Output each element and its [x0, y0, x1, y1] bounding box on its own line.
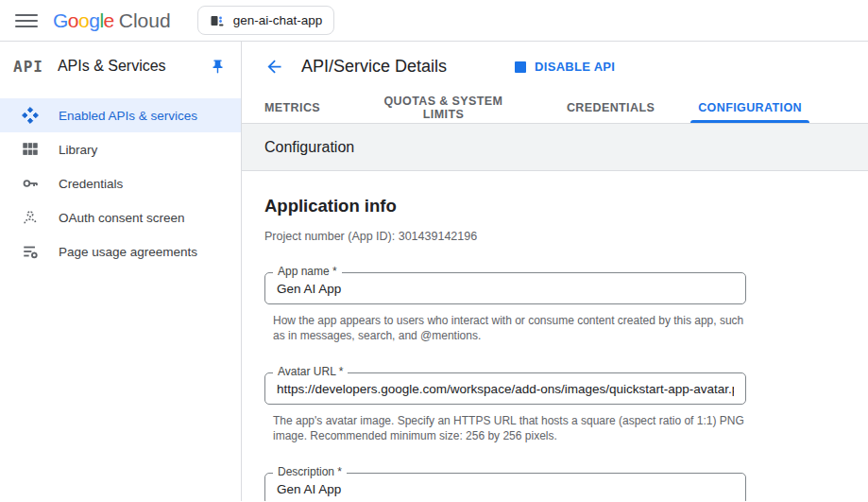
app-name-field: App name *: [264, 272, 746, 304]
sidebar-item-label: Enabled APIs & services: [59, 109, 197, 123]
library-icon: [21, 140, 40, 159]
hamburger-menu-icon[interactable]: [15, 9, 38, 32]
agreements-icon: [21, 242, 40, 261]
project-name: gen-ai-chat-app: [233, 13, 323, 27]
configuration-content: Application info Project number (App ID)…: [242, 171, 868, 501]
sidebar-nav: Enabled APIs & services Library: [0, 98, 241, 268]
tab-quotas-system-limits[interactable]: QUOTAS & SYSTEM LIMITS: [364, 92, 523, 123]
avatar-url-label: Avatar URL *: [273, 365, 348, 378]
sidebar-item-oauth-consent[interactable]: OAuth consent screen: [0, 200, 241, 234]
project-number-text: Project number (App ID): 301439142196: [264, 230, 845, 243]
tab-metrics[interactable]: METRICS: [264, 92, 320, 123]
detail-header: API/Service Details DISABLE API: [242, 42, 868, 92]
enabled-apis-icon: [21, 106, 40, 125]
sidebar-item-library[interactable]: Library: [0, 132, 241, 166]
main-content: API/Service Details DISABLE API METRICS …: [242, 42, 868, 501]
description-field: Description *: [264, 473, 746, 501]
configuration-band-title: Configuration: [242, 124, 868, 171]
stop-square-icon: [515, 61, 526, 73]
sidebar-item-enabled-apis[interactable]: Enabled APIs & services: [0, 98, 241, 132]
key-icon: [21, 174, 40, 193]
avatar-url-field: Avatar URL *: [264, 372, 746, 405]
logo-letter: o: [78, 9, 89, 32]
topbar: G o o g l e Cloud gen-ai-chat-app: [0, 0, 868, 42]
project-selector[interactable]: gen-ai-chat-app: [197, 6, 335, 35]
sidebar-item-label: Page usage agreements: [59, 245, 197, 259]
tab-credentials[interactable]: CREDENTIALS: [567, 92, 655, 123]
sidebar-item-label: Library: [59, 143, 97, 157]
avatar-url-helper-text: The app's avatar image. Specify an HTTPS…: [273, 413, 750, 443]
sidebar-header: API APIs & Services: [0, 42, 241, 91]
tab-bar: METRICS QUOTAS & SYSTEM LIMITS CREDENTIA…: [242, 92, 868, 124]
project-icon: [210, 13, 225, 28]
sidebar-title: APIs & Services: [58, 58, 210, 75]
logo-letter: G: [53, 9, 68, 32]
google-cloud-logo[interactable]: G o o g l e Cloud: [53, 9, 171, 32]
sidebar-item-credentials[interactable]: Credentials: [0, 166, 241, 200]
sidebar-item-label: OAuth consent screen: [59, 211, 185, 225]
description-label: Description *: [273, 465, 347, 478]
page-title: API/Service Details: [301, 57, 447, 77]
consent-screen-icon: [21, 208, 40, 227]
logo-letter: e: [104, 9, 114, 32]
disable-api-label: DISABLE API: [535, 60, 615, 74]
logo-letter: o: [68, 9, 78, 32]
cloud-wordmark: Cloud: [119, 9, 171, 32]
logo-letter: g: [89, 9, 99, 32]
tab-configuration[interactable]: CONFIGURATION: [698, 92, 802, 123]
pin-icon[interactable]: [210, 59, 226, 75]
app-name-helper-text: How the app appears to users who interac…: [273, 313, 750, 343]
application-info-heading: Application info: [264, 196, 845, 216]
app-name-label: App name *: [273, 265, 342, 278]
disable-api-button[interactable]: DISABLE API: [515, 60, 615, 74]
sidebar-item-label: Credentials: [59, 177, 123, 191]
sidebar: API APIs & Services Enabled APIs &: [0, 42, 242, 501]
back-arrow-icon[interactable]: [264, 57, 284, 77]
apis-services-logo: API: [13, 58, 43, 76]
sidebar-item-page-usage-agreements[interactable]: Page usage agreements: [0, 234, 241, 268]
